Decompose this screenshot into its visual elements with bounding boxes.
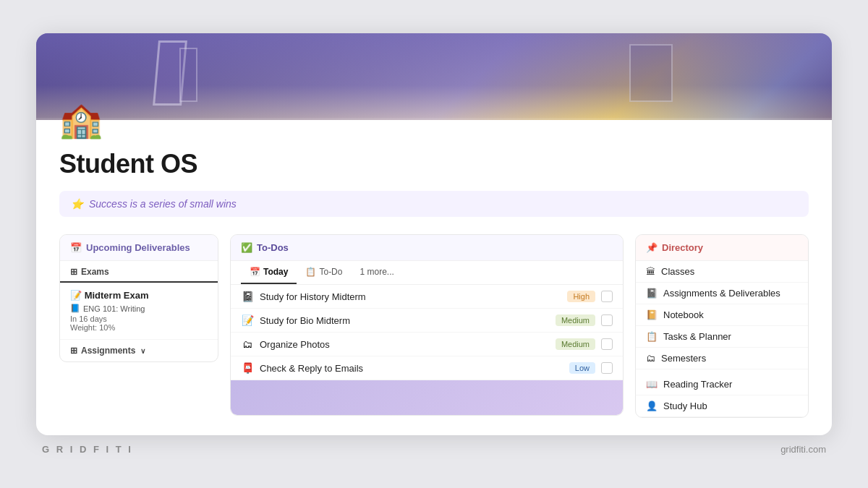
todo-row-photos[interactable]: 🗂 Organize Photos Medium <box>231 333 623 356</box>
quote-icon: ⭐ <box>71 198 83 210</box>
dir-label-classes: Classes <box>661 266 694 277</box>
todo-text-bio: Study for Bio Midterm <box>260 315 550 326</box>
quote-banner: ⭐ Success is a series of small wins <box>59 191 809 217</box>
directory-label: Directory <box>662 242 703 253</box>
quote-text: Success is a series of small wins <box>89 198 237 210</box>
exam-weight: Weight: 10% <box>70 323 208 332</box>
dir-item-semesters[interactable]: 🗂 Semesters <box>636 348 808 369</box>
dir-label-semesters: Semesters <box>661 353 706 364</box>
tab-more[interactable]: 1 more... <box>351 261 402 284</box>
tab-todo-icon: 📋 <box>305 267 316 277</box>
columns: 📅 Upcoming Deliverables ⊞ Exams 📝 Midter… <box>59 234 809 418</box>
dir-item-classes[interactable]: 🏛 Classes <box>636 261 808 283</box>
todo-text-photos: Organize Photos <box>260 339 550 350</box>
page-icon: 🏫 <box>59 103 103 137</box>
upcoming-deliverables-header: 📅 Upcoming Deliverables <box>60 235 218 261</box>
footer-url: gridfiti.com <box>780 444 826 455</box>
exam-course: 📘 ENG 101: Writing <box>70 304 208 313</box>
dir-icon-notebook: 📔 <box>646 309 658 320</box>
banner <box>36 33 832 120</box>
upcoming-deliverables-card: 📅 Upcoming Deliverables ⊞ Exams 📝 Midter… <box>59 234 218 362</box>
upcoming-icon: 📅 <box>70 242 82 253</box>
checkbox-emails[interactable] <box>601 362 613 374</box>
todo-icon-bio: 📝 <box>241 314 254 326</box>
tab-todo[interactable]: 📋 To-Do <box>297 261 351 284</box>
todos-tabs: 📅 Today 📋 To-Do 1 more... <box>231 261 623 285</box>
todo-row-history[interactable]: 📓 Study for History Midterm High <box>231 285 623 309</box>
checkbox-bio[interactable] <box>601 314 613 326</box>
dir-icon-assignments: 📓 <box>646 288 658 299</box>
badge-high-history: High <box>567 291 595 302</box>
checkbox-history[interactable] <box>601 291 613 302</box>
assignments-section[interactable]: ⊞ Assignments ∨ <box>60 340 218 361</box>
dir-label-studyhub: Study Hub <box>663 401 707 411</box>
exam-days: In 16 days <box>70 314 208 323</box>
dir-label-assignments: Assignments & Deliverables <box>663 288 780 299</box>
dir-icon-semesters: 🗂 <box>646 353 655 364</box>
page-title: Student OS <box>59 149 809 179</box>
todo-row-emails[interactable]: 📮 Check & Reply to Emails Low <box>231 356 623 380</box>
todos-card: ✅ To-Dos 📅 Today 📋 To-Do 1 mo <box>230 234 624 416</box>
dir-item-tasks[interactable]: 📋 Tasks & Planner <box>636 326 808 348</box>
dir-item-studyhub[interactable]: 👤 Study Hub <box>636 395 808 417</box>
assignments-chevron: ∨ <box>140 347 145 355</box>
dir-label-reading: Reading Tracker <box>663 379 732 390</box>
tab-today[interactable]: 📅 Today <box>241 261 297 284</box>
exams-label: Exams <box>81 267 109 277</box>
badge-low-emails: Low <box>569 362 595 374</box>
directory-card: 📌 Directory 🏛 Classes 📓 Assignments & De… <box>635 234 809 418</box>
page-content: Student OS ⭐ Success is a series of smal… <box>36 149 832 435</box>
dir-icon-tasks: 📋 <box>646 331 658 342</box>
dir-icon-reading: 📖 <box>646 379 658 390</box>
tab-today-label: Today <box>263 267 288 277</box>
todo-text-history: Study for History Midterm <box>260 291 561 302</box>
todo-icon-history: 📓 <box>241 291 254 302</box>
todo-text-emails: Check & Reply to Emails <box>260 363 563 374</box>
footer-brand: G R I D F I T I <box>42 444 133 455</box>
todos-icon: ✅ <box>241 242 252 253</box>
mid-card-footer <box>231 380 623 415</box>
dir-icon-classes: 🏛 <box>646 266 655 277</box>
checkbox-photos[interactable] <box>601 338 613 350</box>
midterm-exam-item[interactable]: 📝 Midterm Exam 📘 ENG 101: Writing In 16 … <box>60 283 218 340</box>
tab-todo-label: To-Do <box>319 267 342 277</box>
dir-item-assignments[interactable]: 📓 Assignments & Deliverables <box>636 283 808 304</box>
todo-icon-emails: 📮 <box>241 362 254 374</box>
exams-section: ⊞ Exams <box>60 261 218 283</box>
assignments-icon: ⊞ <box>70 346 77 356</box>
upcoming-label: Upcoming Deliverables <box>86 242 190 253</box>
todo-row-bio[interactable]: 📝 Study for Bio Midterm Medium <box>231 309 623 333</box>
dir-icon-studyhub: 👤 <box>646 401 658 411</box>
assignments-label: Assignments <box>81 346 135 356</box>
tab-today-icon: 📅 <box>250 267 260 277</box>
todos-label: To-Dos <box>257 242 289 253</box>
badge-medium-photos: Medium <box>556 338 595 350</box>
main-card: 🏫 Student OS ⭐ Success is a series of sm… <box>36 33 832 435</box>
dir-label-notebook: Notebook <box>663 309 704 320</box>
dir-item-reading[interactable]: 📖 Reading Tracker <box>636 374 808 395</box>
exam-title: 📝 Midterm Exam <box>70 290 208 301</box>
directory-icon: 📌 <box>646 242 658 253</box>
todos-header: ✅ To-Dos <box>231 235 623 261</box>
todo-icon-photos: 🗂 <box>241 338 254 350</box>
footer: G R I D F I T I gridfiti.com <box>36 435 832 455</box>
tab-more-label: 1 more... <box>359 267 393 277</box>
directory-header: 📌 Directory <box>636 235 808 261</box>
badge-medium-bio: Medium <box>556 314 595 326</box>
dir-label-tasks: Tasks & Planner <box>663 331 731 342</box>
dir-item-notebook[interactable]: 📔 Notebook <box>636 304 808 326</box>
exams-icon: ⊞ <box>70 267 77 277</box>
